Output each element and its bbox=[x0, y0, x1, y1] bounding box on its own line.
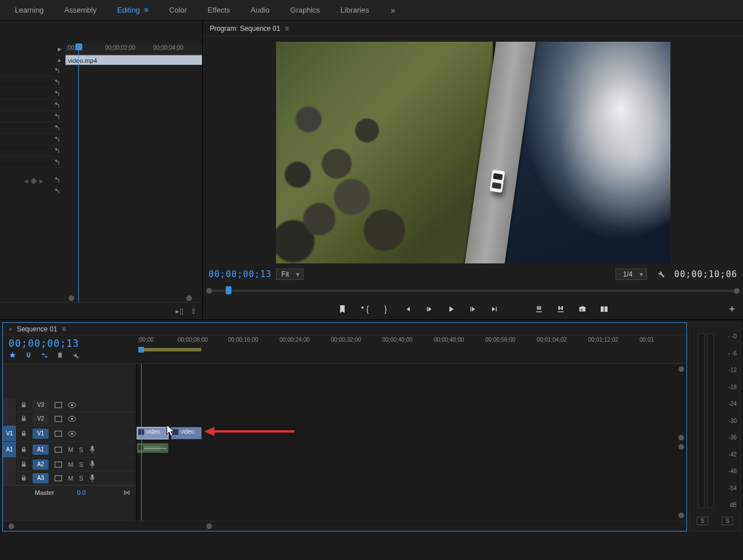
history-item[interactable] bbox=[0, 99, 65, 111]
workspace-assembly[interactable]: Assembly bbox=[54, 0, 107, 20]
source-playhead[interactable] bbox=[75, 43, 82, 50]
sync-lock-icon[interactable] bbox=[54, 430, 62, 437]
lock-icon[interactable] bbox=[21, 461, 27, 467]
extract-button[interactable] bbox=[556, 304, 566, 314]
history-item[interactable] bbox=[0, 145, 65, 157]
panel-menu-icon[interactable]: ≡ bbox=[285, 25, 289, 33]
zoom-handle-right[interactable] bbox=[206, 523, 212, 529]
solo-right-button[interactable]: S bbox=[722, 517, 734, 525]
lock-icon[interactable] bbox=[21, 430, 27, 437]
in-point-button[interactable]: { bbox=[359, 304, 369, 314]
add-button[interactable]: + bbox=[729, 303, 735, 315]
solo-left-button[interactable]: S bbox=[697, 517, 709, 525]
sync-lock-icon[interactable] bbox=[54, 446, 62, 453]
join-icon[interactable]: ⋈ bbox=[123, 489, 130, 497]
linked-selection-icon[interactable] bbox=[41, 351, 49, 361]
prev-marker-icon[interactable]: ◀ bbox=[24, 178, 28, 184]
scrub-end-handle[interactable] bbox=[734, 288, 740, 294]
workspace-audio[interactable]: Audio bbox=[241, 0, 280, 20]
insert-icon[interactable]: ▸▯ bbox=[175, 307, 183, 315]
scroll-handle[interactable] bbox=[678, 444, 684, 450]
solo-button[interactable]: S bbox=[79, 475, 83, 482]
track-label[interactable]: A3 bbox=[33, 473, 49, 483]
mic-icon[interactable] bbox=[89, 446, 95, 453]
source-clip[interactable]: video.mp4 bbox=[65, 55, 202, 65]
play-icon[interactable]: ▶ bbox=[58, 46, 62, 52]
undo-icon[interactable] bbox=[53, 176, 61, 184]
timeline-timecode[interactable]: 00;00;00;13 bbox=[9, 338, 131, 349]
step-forward-button[interactable] bbox=[468, 304, 478, 314]
history-item[interactable] bbox=[0, 88, 65, 99]
eye-icon[interactable] bbox=[68, 431, 76, 437]
track-label[interactable]: A2 bbox=[33, 459, 49, 470]
close-tab-icon[interactable]: × bbox=[9, 326, 12, 333]
comparison-button[interactable] bbox=[599, 304, 609, 314]
eye-icon[interactable] bbox=[68, 416, 76, 422]
program-video[interactable] bbox=[276, 42, 670, 263]
go-to-in-button[interactable] bbox=[402, 304, 413, 314]
marker-tool-icon[interactable] bbox=[57, 352, 63, 361]
history-item[interactable] bbox=[0, 134, 65, 145]
sync-lock-icon[interactable] bbox=[54, 415, 62, 422]
next-marker-icon[interactable]: ▶ bbox=[39, 178, 43, 184]
sequence-tab[interactable]: Sequence 01 bbox=[17, 325, 57, 333]
solo-button[interactable]: S bbox=[79, 461, 83, 468]
workspace-overflow-icon[interactable]: » bbox=[391, 6, 396, 15]
scroll-handle[interactable] bbox=[678, 513, 684, 518]
scroll-handle[interactable] bbox=[69, 295, 74, 301]
scroll-handle[interactable] bbox=[186, 295, 192, 301]
timeline-playhead[interactable] bbox=[138, 347, 144, 353]
marker-button[interactable] bbox=[337, 304, 347, 314]
timeline-tracks[interactable]: video. video. bbox=[137, 364, 686, 521]
track-label[interactable]: V3 bbox=[33, 400, 49, 410]
zoom-fit-dropdown[interactable]: Fit bbox=[276, 269, 303, 280]
settings-icon[interactable] bbox=[71, 351, 79, 361]
track-label[interactable]: A1 bbox=[33, 445, 49, 455]
sync-lock-icon[interactable] bbox=[54, 402, 62, 409]
workspace-effects[interactable]: Effects bbox=[197, 0, 241, 20]
scroll-handle[interactable] bbox=[678, 435, 684, 441]
track-header-v1[interactable]: V1 V1 bbox=[3, 426, 136, 442]
zoom-handle-left[interactable] bbox=[9, 523, 14, 529]
history-item[interactable] bbox=[0, 65, 65, 77]
step-back-button[interactable] bbox=[424, 304, 434, 314]
history-item[interactable] bbox=[0, 77, 65, 88]
solo-button[interactable]: S bbox=[79, 446, 83, 453]
export-icon[interactable]: ⇪ bbox=[190, 307, 197, 315]
mic-icon[interactable] bbox=[89, 474, 95, 482]
scroll-handle[interactable] bbox=[678, 366, 684, 372]
program-scrubber[interactable] bbox=[210, 285, 736, 299]
master-value[interactable]: 0.0 bbox=[77, 489, 86, 496]
history-item[interactable] bbox=[0, 122, 65, 134]
play-button[interactable] bbox=[446, 304, 456, 314]
lock-icon[interactable] bbox=[21, 415, 27, 422]
track-header-a1[interactable]: A1 A1 M S bbox=[3, 442, 136, 458]
export-frame-button[interactable] bbox=[577, 304, 588, 314]
timeline-ruler[interactable]: ;00;00 00;00;08;00 00;00;16;00 00;00;24;… bbox=[137, 335, 686, 348]
track-label[interactable]: V2 bbox=[33, 414, 49, 424]
video-clip[interactable]: video. bbox=[171, 427, 202, 439]
workspace-graphics[interactable]: Graphics bbox=[280, 0, 330, 20]
eye-icon[interactable] bbox=[68, 402, 76, 408]
master-track[interactable]: Master 0.0 ⋈ bbox=[3, 485, 136, 499]
workspace-learning[interactable]: Learning bbox=[5, 0, 54, 20]
source-ruler[interactable]: ;00;00 00;00;02;00 00;00;04;00 bbox=[65, 43, 202, 55]
program-timecode[interactable]: 00;00;00;13 bbox=[209, 269, 271, 279]
workspace-libraries[interactable]: Libraries bbox=[330, 0, 380, 20]
scrub-playhead[interactable] bbox=[226, 286, 231, 294]
sync-lock-icon[interactable] bbox=[54, 475, 62, 482]
resolution-dropdown[interactable]: 1/4 bbox=[616, 269, 647, 280]
track-header-v3[interactable]: V3 bbox=[3, 398, 136, 412]
work-area-bar[interactable] bbox=[138, 348, 201, 351]
hamburger-icon[interactable]: ≡ bbox=[142, 6, 149, 14]
go-to-out-button[interactable] bbox=[489, 304, 500, 314]
track-header-v2[interactable]: V2 bbox=[3, 412, 136, 426]
mute-button[interactable]: M bbox=[68, 461, 73, 468]
workspace-editing[interactable]: Editing ≡ bbox=[107, 0, 159, 20]
wrench-icon[interactable] bbox=[656, 269, 665, 280]
marker-icon[interactable] bbox=[30, 178, 37, 184]
track-label[interactable]: V1 bbox=[33, 429, 49, 439]
history-item[interactable] bbox=[0, 111, 65, 122]
sync-lock-icon[interactable] bbox=[54, 461, 62, 468]
lift-button[interactable] bbox=[534, 304, 544, 314]
